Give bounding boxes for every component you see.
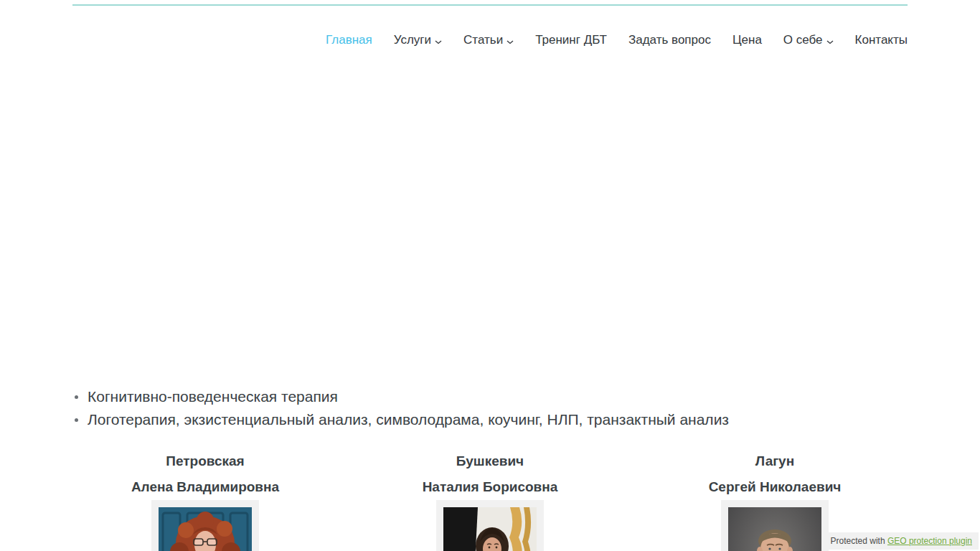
chevron-down-icon <box>826 34 834 48</box>
member-name: Петровская Алена Владимировна <box>72 448 338 500</box>
services-list: Когнитивно-поведенческая терапия Логотер… <box>72 385 908 431</box>
chevron-down-icon <box>435 34 442 48</box>
main-nav: Главная Услуги Статьи Тренинг ДБТ Задать… <box>72 32 908 48</box>
nav-item-articles[interactable]: Статьи <box>463 32 514 48</box>
nav-label: Услуги <box>394 33 431 47</box>
services-list-item: Когнитивно-поведенческая терапия <box>72 385 908 408</box>
nav-label: О себе <box>783 33 823 47</box>
nav-item-about[interactable]: О себе <box>783 32 834 48</box>
nav-item-dbt-training[interactable]: Тренинг ДБТ <box>535 33 607 47</box>
geo-protection-badge: Protected with GEO protection plugin <box>824 532 979 550</box>
services-list-item: Логотерапия, экзистенциальный анализ, си… <box>72 408 908 431</box>
hero-slider-empty <box>72 48 908 378</box>
nav-label: Тренинг ДБТ <box>535 33 607 47</box>
nav-item-home[interactable]: Главная <box>326 33 372 47</box>
member-surname: Бушкевич <box>357 448 623 474</box>
nav-item-ask-question[interactable]: Задать вопрос <box>628 33 711 47</box>
chevron-down-icon <box>507 34 514 48</box>
team-member-bushkevich: Бушкевич Наталия Борисовна <box>357 448 623 551</box>
member-given-name: Наталия Борисовна <box>357 474 623 500</box>
team-section: Петровская Алена Владимировна <box>72 448 908 551</box>
member-photo <box>436 500 544 551</box>
member-name: Бушкевич Наталия Борисовна <box>357 448 623 500</box>
team-member-petrovskaya: Петровская Алена Владимировна <box>72 448 338 551</box>
portrait-photo-illustration <box>159 507 252 551</box>
nav-item-contacts[interactable]: Контакты <box>855 33 908 47</box>
nav-label: Главная <box>326 33 372 47</box>
member-given-name: Сергей Николаевич <box>642 474 908 500</box>
member-name: Лагун Сергей Николаевич <box>642 448 908 500</box>
site-header: Главная Услуги Статьи Тренинг ДБТ Задать… <box>72 4 908 48</box>
main-content: Когнитивно-поведенческая терапия Логотер… <box>72 48 908 551</box>
nav-label: Контакты <box>855 33 908 47</box>
nav-label: Статьи <box>463 33 503 47</box>
member-surname: Петровская <box>72 448 338 474</box>
member-photo <box>721 500 829 551</box>
geo-protection-plugin-link[interactable]: GEO protection plugin <box>887 536 972 546</box>
member-given-name: Алена Владимировна <box>72 474 338 500</box>
member-photo <box>151 500 259 551</box>
portrait-photo-illustration <box>728 507 821 551</box>
nav-item-services[interactable]: Услуги <box>394 32 442 48</box>
geo-badge-text: Protected with <box>831 536 887 546</box>
member-surname: Лагун <box>642 448 908 474</box>
nav-label: Задать вопрос <box>628 33 711 47</box>
nav-label: Цена <box>732 33 762 47</box>
portrait-photo-illustration <box>443 507 537 551</box>
nav-item-price[interactable]: Цена <box>732 33 762 47</box>
